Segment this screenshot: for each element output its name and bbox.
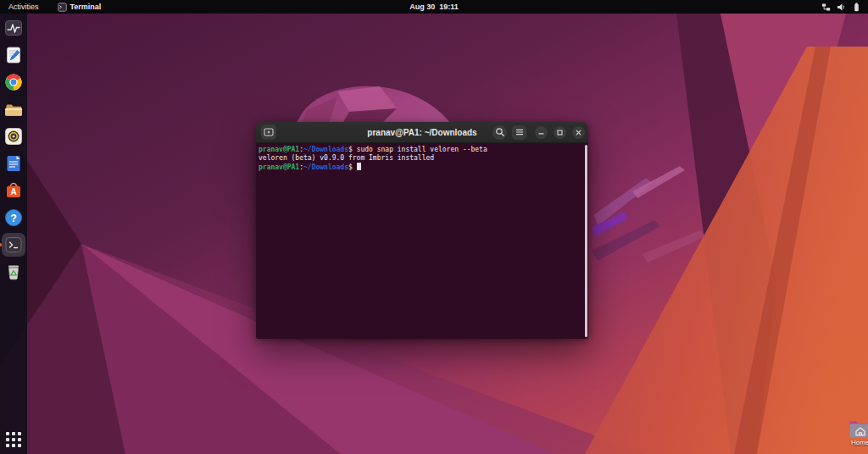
search-icon	[495, 127, 505, 137]
system-monitor-icon	[4, 19, 23, 37]
hamburger-menu-icon	[515, 127, 525, 137]
maximize-button[interactable]	[554, 126, 566, 139]
grid-dot	[12, 438, 15, 441]
text-editor-icon	[4, 46, 23, 64]
search-button[interactable]	[492, 125, 507, 140]
dock: A ?	[0, 14, 27, 454]
terminal-line-output: veloren (beta) v0.9.0 from Imbris instal…	[259, 154, 581, 163]
dock-item-system-monitor[interactable]	[4, 19, 23, 37]
ubuntu-software-icon: A	[4, 181, 23, 200]
menu-button[interactable]	[512, 125, 526, 140]
network-icon	[821, 3, 831, 12]
volume-icon	[837, 3, 846, 12]
terminal-body[interactable]: pranav@PA1:~/Downloads$ sudo snap instal…	[256, 143, 588, 339]
dock-item-terminal[interactable]	[4, 235, 23, 254]
show-applications-button[interactable]	[6, 432, 21, 447]
battery-icon	[852, 3, 861, 12]
libreoffice-writer-icon	[4, 154, 23, 173]
activities-button[interactable]: Activities	[8, 3, 39, 11]
new-tab-icon	[263, 126, 275, 138]
home-folder-label: Home	[851, 439, 868, 446]
maximize-icon	[555, 128, 565, 137]
rhythmbox-icon	[4, 127, 23, 146]
grid-dot	[12, 444, 15, 447]
files-icon	[4, 100, 23, 119]
clock[interactable]: Aug 30 19:11	[0, 3, 868, 11]
grid-dot	[18, 438, 21, 441]
dock-item-files[interactable]	[4, 100, 23, 119]
terminal-app-icon	[58, 3, 67, 12]
running-indicator-dot	[0, 243, 2, 246]
grid-dot	[6, 444, 9, 447]
close-icon	[574, 128, 583, 137]
dock-item-chrome[interactable]	[4, 73, 23, 91]
close-button[interactable]	[572, 126, 585, 139]
terminal-line-prompt: pranav@PA1:~/Downloads$	[259, 163, 581, 172]
command-text: sudo snap install veloren --beta	[357, 146, 487, 153]
dock-item-trash[interactable]	[4, 263, 23, 281]
terminal-icon	[4, 235, 23, 254]
grid-dot	[6, 438, 9, 441]
top-bar: Activities Terminal Aug 30 19:11	[0, 0, 868, 14]
dock-item-libreoffice-writer[interactable]	[4, 154, 23, 173]
svg-text:?: ?	[10, 213, 17, 224]
dock-item-text-editor[interactable]	[4, 46, 23, 64]
new-tab-button[interactable]	[261, 125, 276, 140]
dock-item-help[interactable]: ?	[4, 208, 23, 227]
system-status-area[interactable]	[821, 3, 861, 12]
svg-text:A: A	[10, 187, 16, 197]
terminal-cursor	[357, 163, 361, 170]
chrome-icon	[4, 73, 23, 91]
terminal-titlebar[interactable]: pranav@PA1: ~/Downloads	[256, 122, 588, 143]
terminal-window: pranav@PA1: ~/Downloads	[256, 122, 588, 339]
grid-dot	[18, 444, 21, 447]
trash-icon	[4, 263, 23, 281]
terminal-scrollbar[interactable]	[585, 145, 587, 337]
help-icon: ?	[4, 208, 23, 227]
focused-app-menu[interactable]: Terminal	[58, 3, 102, 12]
home-folder-icon	[849, 420, 868, 438]
grid-dot	[6, 432, 9, 435]
dock-item-ubuntu-software[interactable]: A	[4, 181, 23, 200]
desktop-home-folder[interactable]: Home	[849, 420, 868, 446]
titlebar-buttons	[492, 125, 585, 140]
terminal-line-command: pranav@PA1:~/Downloads$ sudo snap instal…	[259, 146, 581, 154]
minimize-icon	[537, 128, 546, 137]
grid-dot	[18, 432, 21, 435]
grid-dot	[12, 432, 15, 435]
minimize-button[interactable]	[535, 126, 548, 139]
focused-app-label: Terminal	[70, 3, 102, 11]
dock-item-rhythmbox[interactable]	[4, 127, 23, 146]
